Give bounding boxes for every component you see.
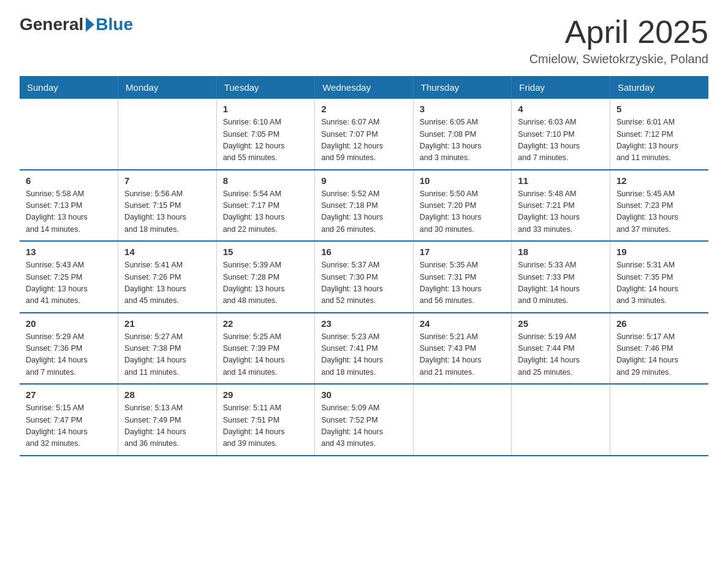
day-number: 18	[518, 247, 604, 257]
day-info: Sunrise: 6:05 AM Sunset: 7:08 PM Dayligh…	[420, 117, 506, 164]
day-info: Sunrise: 5:48 AM Sunset: 7:21 PM Dayligh…	[518, 188, 604, 236]
day-info: Sunrise: 5:29 AM Sunset: 7:36 PM Dayligh…	[26, 331, 112, 379]
day-info: Sunrise: 6:03 AM Sunset: 7:10 PM Dayligh…	[518, 117, 604, 164]
calendar-cell	[512, 384, 610, 456]
calendar-cell: 10Sunrise: 5:50 AM Sunset: 7:20 PM Dayli…	[413, 170, 512, 242]
day-number: 22	[223, 318, 309, 329]
day-number: 7	[124, 175, 210, 186]
day-number: 9	[321, 175, 407, 186]
calendar-cell: 29Sunrise: 5:11 AM Sunset: 7:51 PM Dayli…	[216, 384, 315, 456]
day-info: Sunrise: 5:25 AM Sunset: 7:39 PM Dayligh…	[223, 331, 309, 379]
day-number: 21	[124, 318, 210, 329]
calendar-cell: 28Sunrise: 5:13 AM Sunset: 7:49 PM Dayli…	[118, 384, 217, 456]
day-info: Sunrise: 5:58 AM Sunset: 7:13 PM Dayligh…	[26, 188, 112, 236]
logo: General Blue	[20, 15, 133, 34]
calendar-week-row: 27Sunrise: 5:15 AM Sunset: 7:47 PM Dayli…	[20, 384, 708, 456]
calendar-cell: 8Sunrise: 5:54 AM Sunset: 7:17 PM Daylig…	[216, 170, 315, 242]
day-info: Sunrise: 5:56 AM Sunset: 7:15 PM Dayligh…	[124, 188, 210, 236]
calendar-cell: 1Sunrise: 6:10 AM Sunset: 7:05 PM Daylig…	[216, 99, 315, 170]
calendar-cell: 24Sunrise: 5:21 AM Sunset: 7:43 PM Dayli…	[413, 313, 512, 385]
calendar-cell: 3Sunrise: 6:05 AM Sunset: 7:08 PM Daylig…	[413, 99, 512, 170]
calendar-cell	[413, 384, 512, 456]
weekday-header-tuesday: Tuesday	[216, 76, 315, 99]
day-number: 16	[321, 247, 407, 257]
day-info: Sunrise: 5:50 AM Sunset: 7:20 PM Dayligh…	[420, 188, 506, 236]
logo-arrow-icon	[86, 17, 94, 32]
day-info: Sunrise: 5:52 AM Sunset: 7:18 PM Dayligh…	[321, 188, 407, 236]
calendar-cell: 14Sunrise: 5:41 AM Sunset: 7:26 PM Dayli…	[118, 241, 217, 313]
day-number: 24	[420, 318, 506, 329]
day-info: Sunrise: 5:23 AM Sunset: 7:41 PM Dayligh…	[321, 331, 407, 379]
day-number: 5	[616, 104, 702, 114]
weekday-header-sunday: Sunday	[20, 76, 118, 99]
day-number: 25	[518, 318, 604, 329]
day-info: Sunrise: 6:07 AM Sunset: 7:07 PM Dayligh…	[321, 117, 407, 164]
day-info: Sunrise: 5:41 AM Sunset: 7:26 PM Dayligh…	[124, 259, 210, 307]
day-number: 8	[223, 175, 309, 186]
calendar-cell: 13Sunrise: 5:43 AM Sunset: 7:25 PM Dayli…	[20, 241, 118, 313]
day-info: Sunrise: 5:13 AM Sunset: 7:49 PM Dayligh…	[124, 402, 210, 450]
day-number: 3	[420, 104, 506, 114]
day-info: Sunrise: 5:17 AM Sunset: 7:46 PM Dayligh…	[616, 331, 702, 379]
day-number: 4	[518, 104, 604, 114]
calendar-cell: 5Sunrise: 6:01 AM Sunset: 7:12 PM Daylig…	[610, 99, 708, 170]
day-info: Sunrise: 5:19 AM Sunset: 7:44 PM Dayligh…	[518, 331, 604, 379]
day-info: Sunrise: 5:21 AM Sunset: 7:43 PM Dayligh…	[420, 331, 506, 379]
calendar-header: SundayMondayTuesdayWednesdayThursdayFrid…	[20, 76, 708, 99]
day-info: Sunrise: 5:11 AM Sunset: 7:51 PM Dayligh…	[223, 402, 309, 450]
calendar-cell	[20, 99, 118, 170]
day-number: 6	[26, 175, 112, 186]
calendar-cell: 23Sunrise: 5:23 AM Sunset: 7:41 PM Dayli…	[315, 313, 414, 385]
day-number: 23	[321, 318, 407, 329]
day-info: Sunrise: 5:39 AM Sunset: 7:28 PM Dayligh…	[223, 259, 309, 307]
calendar-cell: 7Sunrise: 5:56 AM Sunset: 7:15 PM Daylig…	[118, 170, 217, 242]
calendar-week-row: 6Sunrise: 5:58 AM Sunset: 7:13 PM Daylig…	[20, 170, 708, 242]
calendar-cell: 22Sunrise: 5:25 AM Sunset: 7:39 PM Dayli…	[216, 313, 315, 385]
page-header: General Blue April 2025 Cmielow, Swietok…	[20, 15, 708, 66]
day-info: Sunrise: 5:15 AM Sunset: 7:47 PM Dayligh…	[26, 402, 112, 450]
day-info: Sunrise: 5:09 AM Sunset: 7:52 PM Dayligh…	[321, 402, 407, 450]
day-info: Sunrise: 5:43 AM Sunset: 7:25 PM Dayligh…	[26, 259, 112, 307]
day-info: Sunrise: 5:37 AM Sunset: 7:30 PM Dayligh…	[321, 259, 407, 307]
day-number: 10	[420, 175, 506, 186]
weekday-header-monday: Monday	[118, 76, 217, 99]
calendar-cell: 6Sunrise: 5:58 AM Sunset: 7:13 PM Daylig…	[20, 170, 118, 242]
calendar-cell: 9Sunrise: 5:52 AM Sunset: 7:18 PM Daylig…	[315, 170, 414, 242]
day-number: 14	[124, 247, 210, 257]
calendar-cell: 27Sunrise: 5:15 AM Sunset: 7:47 PM Dayli…	[20, 384, 118, 456]
calendar-cell	[118, 99, 217, 170]
logo-general-text: General	[20, 15, 83, 34]
day-number: 26	[616, 318, 702, 329]
location-title: Cmielow, Swietokrzyskie, Poland	[529, 52, 708, 66]
day-number: 13	[26, 247, 112, 257]
day-number: 12	[616, 175, 702, 186]
day-number: 2	[321, 104, 407, 114]
day-number: 1	[223, 104, 309, 114]
calendar-week-row: 20Sunrise: 5:29 AM Sunset: 7:36 PM Dayli…	[20, 313, 708, 385]
day-number: 20	[26, 318, 112, 329]
day-info: Sunrise: 5:27 AM Sunset: 7:38 PM Dayligh…	[124, 331, 210, 379]
title-block: April 2025 Cmielow, Swietokrzyskie, Pola…	[529, 15, 708, 66]
calendar-table: SundayMondayTuesdayWednesdayThursdayFrid…	[20, 76, 708, 456]
calendar-week-row: 13Sunrise: 5:43 AM Sunset: 7:25 PM Dayli…	[20, 241, 708, 313]
calendar-cell: 16Sunrise: 5:37 AM Sunset: 7:30 PM Dayli…	[315, 241, 414, 313]
weekday-header-friday: Friday	[512, 76, 610, 99]
weekday-header-row: SundayMondayTuesdayWednesdayThursdayFrid…	[20, 76, 708, 99]
calendar-cell: 21Sunrise: 5:27 AM Sunset: 7:38 PM Dayli…	[118, 313, 217, 385]
weekday-header-saturday: Saturday	[610, 76, 708, 99]
calendar-cell: 26Sunrise: 5:17 AM Sunset: 7:46 PM Dayli…	[610, 313, 708, 385]
calendar-cell	[610, 384, 708, 456]
calendar-cell: 2Sunrise: 6:07 AM Sunset: 7:07 PM Daylig…	[315, 99, 414, 170]
day-number: 15	[223, 247, 309, 257]
calendar-cell: 4Sunrise: 6:03 AM Sunset: 7:10 PM Daylig…	[512, 99, 610, 170]
day-info: Sunrise: 5:31 AM Sunset: 7:35 PM Dayligh…	[616, 259, 702, 307]
day-info: Sunrise: 5:35 AM Sunset: 7:31 PM Dayligh…	[420, 259, 506, 307]
calendar-cell: 15Sunrise: 5:39 AM Sunset: 7:28 PM Dayli…	[216, 241, 315, 313]
calendar-cell: 25Sunrise: 5:19 AM Sunset: 7:44 PM Dayli…	[512, 313, 610, 385]
calendar-cell: 11Sunrise: 5:48 AM Sunset: 7:21 PM Dayli…	[512, 170, 610, 242]
day-info: Sunrise: 6:01 AM Sunset: 7:12 PM Dayligh…	[616, 117, 702, 164]
calendar-cell: 19Sunrise: 5:31 AM Sunset: 7:35 PM Dayli…	[610, 241, 708, 313]
day-number: 27	[26, 389, 112, 400]
calendar-body: 1Sunrise: 6:10 AM Sunset: 7:05 PM Daylig…	[20, 99, 708, 456]
day-number: 30	[321, 389, 407, 400]
